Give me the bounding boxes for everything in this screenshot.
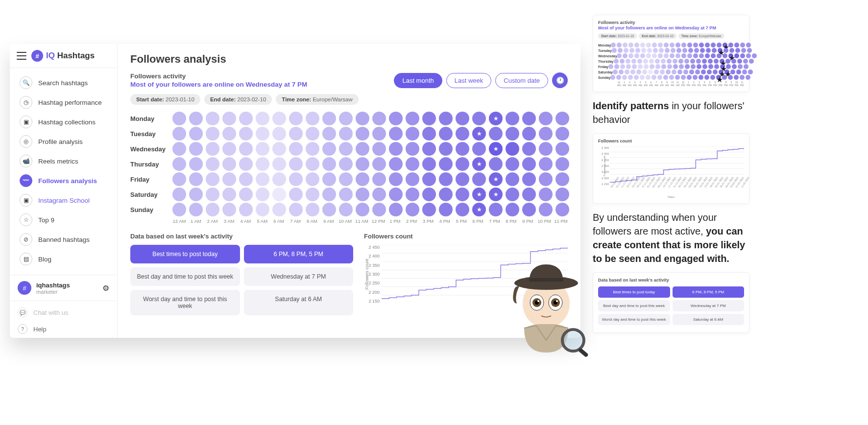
heatmap-dot[interactable]	[652, 43, 657, 47]
heatmap-dot[interactable]: ★	[716, 75, 721, 80]
heatmap-dot[interactable]	[726, 64, 731, 69]
heatmap-dot[interactable]	[356, 112, 369, 125]
heatmap-dot[interactable]	[626, 64, 631, 69]
heatmap-dot[interactable]	[660, 70, 665, 74]
nav-item-hashtag-performance[interactable]: ◷Hashtag performance	[12, 93, 115, 112]
heatmap-dot[interactable]	[655, 59, 660, 64]
heatmap-dot[interactable]	[506, 127, 519, 141]
heatmap-dot[interactable]	[620, 59, 625, 64]
heatmap-dot[interactable]	[681, 75, 686, 80]
heatmap-dot[interactable]	[650, 64, 654, 69]
nav-item-hashtag-collections[interactable]: ▣Hashtag collections	[12, 112, 115, 132]
heatmap-dot[interactable]	[339, 142, 353, 156]
heatmap-dot[interactable]	[456, 112, 469, 125]
heatmap-dot[interactable]	[555, 157, 569, 171]
heatmap-dot[interactable]	[640, 53, 645, 58]
heatmap-dot[interactable]: ★	[472, 157, 486, 171]
heatmap-dot[interactable]	[653, 48, 658, 53]
heatmap-dot[interactable]	[339, 127, 353, 141]
heatmap-dot[interactable]	[422, 203, 436, 216]
heatmap-dot[interactable]	[659, 48, 664, 53]
heatmap-dot[interactable]	[256, 142, 269, 156]
heatmap-dot[interactable]	[506, 188, 519, 201]
heatmap-dot[interactable]	[239, 172, 253, 186]
heatmap-dot[interactable]	[675, 75, 680, 80]
filter-custom-date[interactable]: Custom date	[495, 73, 548, 88]
heatmap-dot[interactable]	[506, 203, 519, 216]
heatmap-dot[interactable]: ★	[724, 70, 729, 74]
nav-item-banned-hashtags[interactable]: ⊘Banned hashtags	[12, 230, 115, 249]
heatmap-dot[interactable]	[746, 53, 751, 58]
heatmap-dot[interactable]	[683, 70, 688, 74]
heatmap-dot[interactable]	[322, 142, 336, 156]
nav-item-search-hashtags[interactable]: 🔍Search hashtags	[12, 73, 115, 93]
heatmap-dot[interactable]	[389, 172, 403, 186]
heatmap-dot[interactable]	[306, 203, 319, 216]
heatmap-dot[interactable]	[699, 43, 704, 47]
heatmap-dot[interactable]	[734, 53, 739, 58]
heatmap-dot[interactable]	[618, 48, 623, 53]
heatmap-dot[interactable]	[713, 70, 718, 74]
heatmap-dot[interactable]	[687, 75, 692, 80]
heatmap-dot[interactable]	[730, 70, 735, 74]
heatmap-dot[interactable]	[669, 75, 674, 80]
heatmap-dot[interactable]	[697, 64, 701, 69]
heatmap-dot[interactable]	[472, 172, 486, 186]
heatmap-dot[interactable]	[672, 70, 676, 74]
heatmap-dot[interactable]	[705, 53, 710, 58]
heatmap-dot[interactable]	[389, 127, 403, 141]
heatmap-dot[interactable]	[522, 142, 536, 156]
heatmap-dot[interactable]	[684, 59, 689, 64]
heatmap-dot[interactable]	[725, 59, 730, 64]
heatmap-dot[interactable]	[737, 59, 742, 64]
heatmap-dot[interactable]	[722, 75, 727, 80]
heatmap-dot[interactable]: ★	[718, 48, 723, 53]
heatmap-dot[interactable]	[439, 188, 453, 201]
heatmap-dot[interactable]	[189, 203, 203, 216]
heatmap-dot[interactable]	[667, 64, 672, 69]
heatmap-dot[interactable]	[456, 127, 469, 141]
heatmap-dot[interactable]	[306, 112, 319, 125]
heatmap-dot[interactable]	[673, 59, 677, 64]
heatmap-dot[interactable]	[667, 59, 672, 64]
heatmap-dot[interactable]	[704, 75, 709, 80]
heatmap-dot[interactable]	[372, 172, 386, 186]
heatmap-dot[interactable]	[422, 172, 436, 186]
heatmap-dot[interactable]	[748, 70, 753, 74]
heatmap-dot[interactable]	[322, 203, 336, 216]
heatmap-dot[interactable]	[681, 53, 686, 58]
heatmap-dot[interactable]	[646, 43, 651, 47]
heatmap-dot[interactable]	[640, 75, 645, 80]
heatmap-dot[interactable]	[322, 127, 336, 141]
heatmap-dot[interactable]	[654, 70, 659, 74]
heatmap-dot[interactable]	[272, 142, 286, 156]
nav-item-instagram-school[interactable]: ▣Instagram School	[12, 190, 115, 210]
bottom-help[interactable]: ?Help	[10, 321, 117, 337]
heatmap-dot[interactable]	[688, 48, 693, 53]
heatmap-dot[interactable]	[456, 142, 469, 156]
heatmap-dot[interactable]	[647, 48, 652, 53]
heatmap-dot[interactable]	[555, 142, 569, 156]
heatmap-dot[interactable]	[699, 75, 703, 80]
heatmap-dot[interactable]	[646, 53, 651, 58]
nav-item-profile-analysis[interactable]: ◎Profile analysis	[12, 132, 115, 151]
heatmap-dot[interactable]	[611, 43, 616, 47]
heatmap-dot[interactable]	[679, 64, 684, 69]
heatmap-dot[interactable]	[685, 64, 690, 69]
heatmap-dot[interactable]	[222, 142, 236, 156]
heatmap-dot[interactable]: ★	[472, 127, 486, 141]
heatmap-dot[interactable]	[206, 112, 219, 125]
heatmap-dot[interactable]	[610, 75, 615, 80]
heatmap-dot[interactable]	[625, 70, 629, 74]
heatmap-dot[interactable]	[729, 48, 734, 53]
heatmap-dot[interactable]	[539, 142, 553, 156]
heatmap-dot[interactable]	[694, 48, 699, 53]
heatmap-dot[interactable]	[439, 112, 453, 125]
heatmap-dot[interactable]	[322, 112, 336, 125]
heatmap-dot[interactable]	[422, 142, 436, 156]
heatmap-dot[interactable]	[612, 48, 617, 53]
heatmap-dot[interactable]	[289, 157, 303, 171]
heatmap-dot[interactable]	[707, 70, 712, 74]
heatmap-dot[interactable]	[616, 75, 621, 80]
heatmap-dot[interactable]	[624, 48, 628, 53]
